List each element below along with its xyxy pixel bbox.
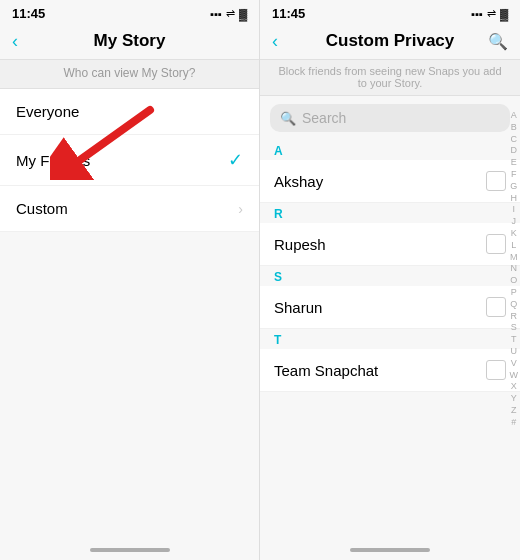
wifi-icon: ⇌ — [226, 7, 235, 20]
right-status-bar: 11:45 ▪▪▪ ⇌ ▓ — [260, 0, 520, 25]
everyone-label: Everyone — [16, 103, 79, 120]
contact-item-akshay[interactable]: Akshay — [260, 160, 520, 203]
alpha-d[interactable]: D — [511, 145, 518, 156]
alpha-i[interactable]: I — [512, 204, 515, 215]
alpha-t[interactable]: T — [511, 334, 517, 345]
left-status-bar: 11:45 ▪▪▪ ⇌ ▓ — [0, 0, 259, 25]
alpha-k[interactable]: K — [511, 228, 517, 239]
search-bar-icon: 🔍 — [280, 111, 296, 126]
alpha-l[interactable]: L — [511, 240, 516, 251]
alpha-z[interactable]: Z — [511, 405, 517, 416]
signal-icon: ▪▪▪ — [210, 8, 222, 20]
alpha-index[interactable]: A B C D E F G H I J K L M N O P Q R S T … — [510, 110, 519, 428]
menu-item-myfriends[interactable]: My Friends ✓ — [0, 135, 259, 186]
alpha-r[interactable]: R — [511, 311, 518, 322]
contact-checkbox-sharun[interactable] — [486, 297, 506, 317]
check-icon: ✓ — [228, 149, 243, 171]
contact-name-rupesh: Rupesh — [274, 236, 326, 253]
right-wifi-icon: ⇌ — [487, 7, 496, 20]
section-header-r: R — [260, 203, 520, 223]
contact-name-akshay: Akshay — [274, 173, 323, 190]
left-nav-header: ‹ My Story — [0, 25, 259, 59]
custom-label: Custom — [16, 200, 68, 217]
section-header-s: S — [260, 266, 520, 286]
left-status-icons: ▪▪▪ ⇌ ▓ — [210, 7, 247, 20]
alpha-m[interactable]: M — [510, 252, 518, 263]
right-signal-icon: ▪▪▪ — [471, 8, 483, 20]
right-nav-header: ‹ Custom Privacy 🔍 — [260, 25, 520, 59]
alpha-c[interactable]: C — [511, 134, 518, 145]
left-time: 11:45 — [12, 6, 45, 21]
alpha-v[interactable]: V — [511, 358, 517, 369]
contact-item-rupesh[interactable]: Rupesh — [260, 223, 520, 266]
contact-checkbox-akshay[interactable] — [486, 171, 506, 191]
left-title: My Story — [94, 31, 166, 51]
search-bar[interactable]: 🔍 Search — [270, 104, 510, 132]
contacts-list: A Akshay R Rupesh S Sharun T Team Snapch… — [260, 140, 520, 560]
alpha-n[interactable]: N — [511, 263, 518, 274]
alpha-a[interactable]: A — [511, 110, 517, 121]
alpha-h[interactable]: H — [511, 193, 518, 204]
custom-right: › — [238, 201, 243, 217]
alpha-g[interactable]: G — [510, 181, 517, 192]
right-subtitle: Block friends from seeing new Snaps you … — [260, 59, 520, 96]
section-header-t: T — [260, 329, 520, 349]
right-home-indicator — [350, 548, 430, 552]
alpha-y[interactable]: Y — [511, 393, 517, 404]
alpha-u[interactable]: U — [511, 346, 518, 357]
alpha-b[interactable]: B — [511, 122, 517, 133]
left-back-button[interactable]: ‹ — [12, 31, 18, 52]
alpha-x[interactable]: X — [511, 381, 517, 392]
alpha-q[interactable]: Q — [510, 299, 517, 310]
right-battery-icon: ▓ — [500, 8, 508, 20]
alpha-w[interactable]: W — [510, 370, 519, 381]
menu-item-custom[interactable]: Custom › — [0, 186, 259, 232]
alpha-hash[interactable]: # — [511, 417, 516, 428]
contact-name-team-snapchat: Team Snapchat — [274, 362, 378, 379]
alpha-j[interactable]: J — [512, 216, 517, 227]
alpha-o[interactable]: O — [510, 275, 517, 286]
right-panel: 11:45 ▪▪▪ ⇌ ▓ ‹ Custom Privacy 🔍 Block f… — [260, 0, 520, 560]
battery-icon: ▓ — [239, 8, 247, 20]
alpha-f[interactable]: F — [511, 169, 517, 180]
right-title: Custom Privacy — [326, 31, 455, 51]
right-back-button[interactable]: ‹ — [272, 31, 278, 52]
section-header-a: A — [260, 140, 520, 160]
contact-checkbox-rupesh[interactable] — [486, 234, 506, 254]
right-time: 11:45 — [272, 6, 305, 21]
myfriends-label: My Friends — [16, 152, 90, 169]
alpha-s[interactable]: S — [511, 322, 517, 333]
menu-item-everyone[interactable]: Everyone — [0, 89, 259, 135]
search-input-placeholder: Search — [302, 110, 346, 126]
contact-checkbox-team-snapchat[interactable] — [486, 360, 506, 380]
contact-item-sharun[interactable]: Sharun — [260, 286, 520, 329]
right-status-icons: ▪▪▪ ⇌ ▓ — [471, 7, 508, 20]
myfriends-right: ✓ — [228, 149, 243, 171]
search-icon[interactable]: 🔍 — [488, 32, 508, 51]
chevron-right-icon: › — [238, 201, 243, 217]
contact-item-team-snapchat[interactable]: Team Snapchat — [260, 349, 520, 392]
left-home-indicator — [90, 548, 170, 552]
alpha-p[interactable]: P — [511, 287, 517, 298]
alpha-e[interactable]: E — [511, 157, 517, 168]
contact-name-sharun: Sharun — [274, 299, 322, 316]
left-subtitle: Who can view My Story? — [0, 59, 259, 89]
left-menu-list: Everyone My Friends ✓ Custom › — [0, 89, 259, 232]
left-panel: 11:45 ▪▪▪ ⇌ ▓ ‹ My Story Who can view My… — [0, 0, 260, 560]
